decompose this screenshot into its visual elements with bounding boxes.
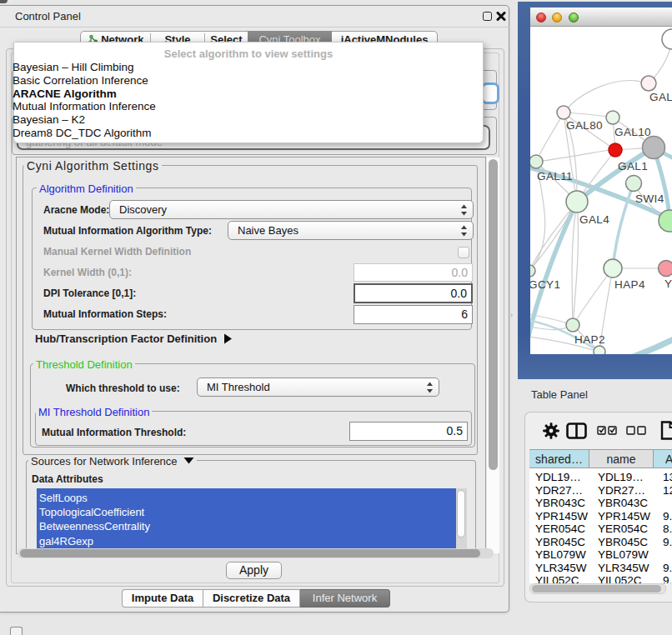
svg-text:GAL7: GAL7 — [649, 91, 672, 103]
svg-text:HAP4: HAP4 — [614, 278, 645, 291]
svg-text:SWI4: SWI4 — [635, 192, 664, 205]
svg-text:GAL1: GAL1 — [618, 160, 648, 172]
svg-text:Y: Y — [664, 278, 672, 290]
svg-text:GAL80: GAL80 — [566, 119, 603, 132]
svg-text:GAL11: GAL11 — [537, 170, 573, 182]
svg-text:GAL10: GAL10 — [614, 126, 651, 138]
svg-text:GCY1: GCY1 — [530, 278, 560, 291]
svg-text:HAP2: HAP2 — [574, 333, 605, 346]
svg-text:GAL4: GAL4 — [579, 213, 609, 226]
